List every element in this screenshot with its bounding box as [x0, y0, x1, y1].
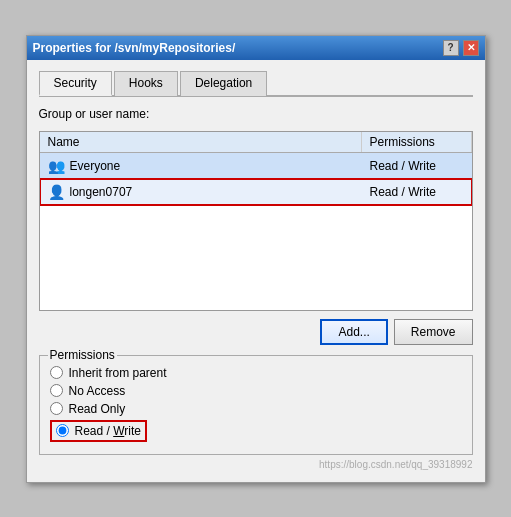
user-perm-cell: Read / Write	[362, 157, 472, 175]
radio-inherit-input[interactable]	[50, 366, 63, 379]
radio-no-access: No Access	[50, 384, 462, 398]
user-perm-cell: Read / Write	[362, 183, 472, 201]
tab-hooks[interactable]: Hooks	[114, 71, 178, 96]
underline-w: W	[113, 424, 124, 438]
tab-security[interactable]: Security	[39, 71, 112, 96]
radio-read-only-label[interactable]: Read Only	[69, 402, 126, 416]
column-header-name: Name	[40, 132, 362, 152]
radio-no-access-label[interactable]: No Access	[69, 384, 126, 398]
title-bar: Properties for /svn/myRepositories/ ? ✕	[27, 36, 485, 60]
remove-button[interactable]: Remove	[394, 319, 473, 345]
user-avatar-longen: 👤	[48, 183, 66, 201]
table-row[interactable]: 👥 Everyone Read / Write	[40, 153, 472, 179]
radio-no-access-input[interactable]	[50, 384, 63, 397]
radio-read-write-label[interactable]: Read / Write	[75, 424, 141, 438]
radio-read-only: Read Only	[50, 402, 462, 416]
main-window: Properties for /svn/myRepositories/ ? ✕ …	[26, 35, 486, 483]
close-button[interactable]: ✕	[463, 40, 479, 56]
add-button[interactable]: Add...	[320, 319, 387, 345]
radio-inherit: Inherit from parent	[50, 366, 462, 380]
radio-inherit-label[interactable]: Inherit from parent	[69, 366, 167, 380]
title-bar-buttons: ? ✕	[443, 40, 479, 56]
tab-delegation[interactable]: Delegation	[180, 71, 267, 96]
user-avatar-everyone: 👥	[48, 157, 66, 175]
user-name-cell: 👥 Everyone	[40, 155, 362, 177]
help-button[interactable]: ?	[443, 40, 459, 56]
radio-read-write: Read / Write	[50, 420, 462, 442]
permissions-group-label: Permissions	[48, 348, 117, 362]
radio-read-write-input[interactable]	[56, 424, 69, 437]
window-content: Security Hooks Delegation Group or user …	[27, 60, 485, 482]
permissions-group: Permissions Inherit from parent No Acces…	[39, 355, 473, 455]
read-write-box: Read / Write	[50, 420, 147, 442]
user-table: Name Permissions 👥 Everyone Read / Write…	[39, 131, 473, 311]
column-header-permissions: Permissions	[362, 132, 472, 152]
window-title: Properties for /svn/myRepositories/	[33, 41, 236, 55]
action-buttons: Add... Remove	[39, 319, 473, 345]
table-header: Name Permissions	[40, 132, 472, 153]
radio-read-only-input[interactable]	[50, 402, 63, 415]
watermark: https://blog.csdn.net/qq_39318992	[39, 459, 473, 470]
tab-bar: Security Hooks Delegation	[39, 70, 473, 97]
user-name-cell: 👤 longen0707	[40, 181, 362, 203]
table-row[interactable]: 👤 longen0707 Read / Write	[40, 179, 472, 205]
group-user-label: Group or user name:	[39, 107, 473, 121]
